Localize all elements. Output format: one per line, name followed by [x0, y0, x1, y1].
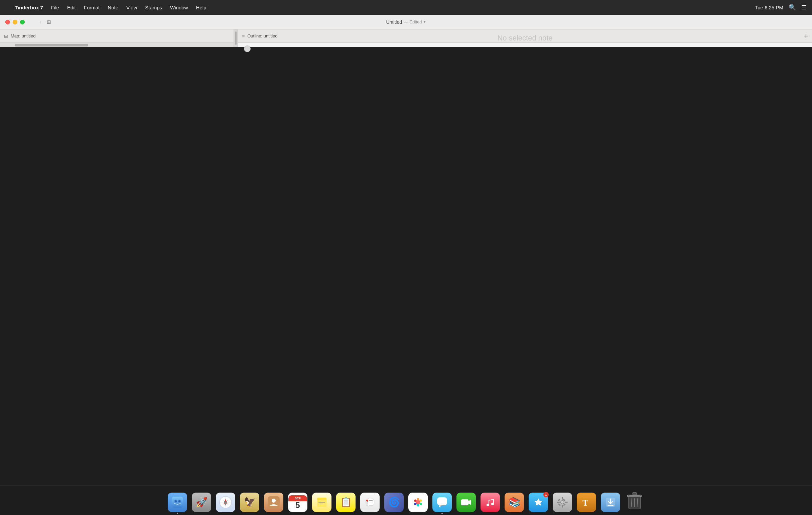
svg-point-29 — [420, 503, 422, 505]
menu-stamps[interactable]: Stamps — [145, 5, 162, 10]
no-selected-note: No selected note — [497, 34, 552, 43]
svg-point-36 — [487, 504, 489, 506]
title-text: Untitled — [386, 19, 402, 25]
menu-note[interactable]: Note — [108, 5, 118, 10]
pane-divider[interactable] — [234, 29, 238, 47]
dock-downloads[interactable] — [599, 488, 622, 512]
close-button[interactable] — [5, 20, 10, 24]
list-icon[interactable]: ☰ — [801, 4, 807, 11]
photos-icon — [408, 493, 428, 512]
menu-help[interactable]: Help — [196, 5, 206, 10]
svg-point-22 — [366, 502, 368, 504]
dock-appstore[interactable]: 1 — [527, 488, 550, 512]
dock-photos[interactable] — [407, 488, 429, 512]
dock-tinderbox[interactable]: T — [575, 488, 598, 512]
minimize-button[interactable] — [13, 20, 18, 24]
scrollbar-thumb[interactable] — [15, 44, 88, 47]
contacts-icon — [264, 493, 283, 512]
svg-rect-1 — [172, 497, 183, 508]
svg-text:T: T — [582, 498, 588, 508]
content-area: ⊞ Map: untitled Tabs remind where you ar… — [0, 29, 812, 47]
traffic-lights — [5, 20, 25, 24]
dock-eagle[interactable]: 🦅 — [238, 488, 261, 512]
title-dropdown-icon[interactable]: ▾ — [424, 20, 426, 24]
divider-handle — [235, 31, 237, 45]
appstore-icon: 1 — [529, 493, 548, 512]
dock-sysprefs[interactable] — [551, 488, 574, 512]
appstore-badge: 1 — [543, 492, 549, 497]
svg-rect-43 — [565, 502, 568, 503]
svg-marker-35 — [468, 499, 471, 505]
svg-rect-15 — [317, 497, 326, 500]
left-pane: ⊞ Map: untitled Tabs remind where you ar… — [0, 29, 234, 47]
svg-point-3 — [175, 500, 177, 502]
music-icon — [481, 493, 500, 512]
titlebar: ‹ ⊞ Untitled — Edited ▾ — [0, 15, 812, 29]
menu-window[interactable]: Window — [170, 5, 188, 10]
search-icon[interactable]: 🔍 — [789, 4, 796, 11]
dock-launchpad[interactable]: 🚀 — [190, 488, 213, 512]
launchpad-icon: 🚀 — [192, 493, 211, 512]
eagle-icon: 🦅 — [240, 493, 259, 512]
svg-rect-42 — [557, 502, 560, 503]
outline-circle — [244, 46, 251, 52]
outline-tab-icon: ≡ — [242, 33, 244, 39]
sysprefs-icon — [553, 493, 572, 512]
svg-point-27 — [417, 498, 419, 500]
dock-reminders[interactable] — [358, 488, 381, 512]
back-arrow[interactable]: ‹ — [37, 18, 44, 26]
tinderbox-dock-icon: T — [577, 493, 596, 512]
svg-rect-33 — [437, 497, 447, 505]
menubar: Tinderbox 7 File Edit Format Note View S… — [0, 0, 812, 15]
svg-rect-41 — [562, 505, 563, 508]
svg-rect-40 — [562, 497, 563, 499]
dock-messages[interactable] — [431, 488, 454, 512]
dock-finder[interactable] — [166, 488, 189, 512]
dock-music[interactable] — [479, 488, 501, 512]
maximize-button[interactable] — [20, 20, 25, 24]
right-tab-left: ≡ Outline: untitled — [242, 33, 278, 39]
dock-calendar[interactable]: SEP 5 — [286, 488, 309, 512]
svg-point-32 — [414, 499, 417, 502]
add-note-button[interactable]: + — [804, 32, 808, 40]
dock-safari[interactable] — [214, 488, 237, 512]
svg-rect-34 — [461, 499, 468, 505]
title-edited: — Edited — [404, 19, 422, 24]
menu-view[interactable]: View — [126, 5, 137, 10]
menu-file[interactable]: File — [51, 5, 59, 10]
outline-tab-label: Outline: untitled — [247, 33, 277, 38]
dock-stickies[interactable]: 📋 — [335, 488, 357, 512]
stickies-icon: 📋 — [336, 493, 355, 512]
left-scrollbar[interactable] — [0, 43, 234, 47]
svg-rect-44 — [558, 498, 560, 501]
finder-icon — [168, 493, 187, 512]
svg-point-20 — [366, 499, 368, 502]
svg-point-5 — [178, 500, 180, 502]
svg-rect-52 — [627, 495, 642, 497]
svg-point-28 — [420, 499, 422, 502]
facetime-icon — [457, 493, 476, 512]
dock-trash[interactable] — [623, 488, 646, 512]
trash-icon — [625, 493, 644, 512]
dock-3d-app[interactable]: 🌀 — [383, 488, 405, 512]
safari-icon — [216, 493, 235, 512]
dock-notes[interactable] — [311, 488, 333, 512]
dock-facetime[interactable] — [455, 488, 477, 512]
dock-books[interactable]: 📚 — [503, 488, 526, 512]
svg-rect-47 — [558, 503, 561, 506]
svg-point-39 — [561, 501, 564, 504]
right-pane: ≡ Outline: untitled + No selected note — [238, 29, 812, 47]
svg-rect-53 — [633, 492, 637, 495]
menu-edit[interactable]: Edit — [67, 5, 76, 10]
dock: 🚀 🦅 SEP 5 📋 — [0, 486, 812, 515]
svg-point-30 — [417, 504, 419, 506]
nav-arrows: ‹ — [37, 18, 44, 26]
map-tab-label: Map: untitled — [11, 33, 35, 38]
left-tab[interactable]: ⊞ Map: untitled — [0, 29, 234, 43]
reminders-icon — [360, 493, 380, 512]
messages-dot — [441, 513, 443, 514]
dock-contacts[interactable] — [262, 488, 285, 512]
menu-tinderbox[interactable]: Tinderbox 7 — [15, 5, 43, 10]
menu-format[interactable]: Format — [84, 5, 100, 10]
3d-icon: 🌀 — [384, 493, 404, 512]
